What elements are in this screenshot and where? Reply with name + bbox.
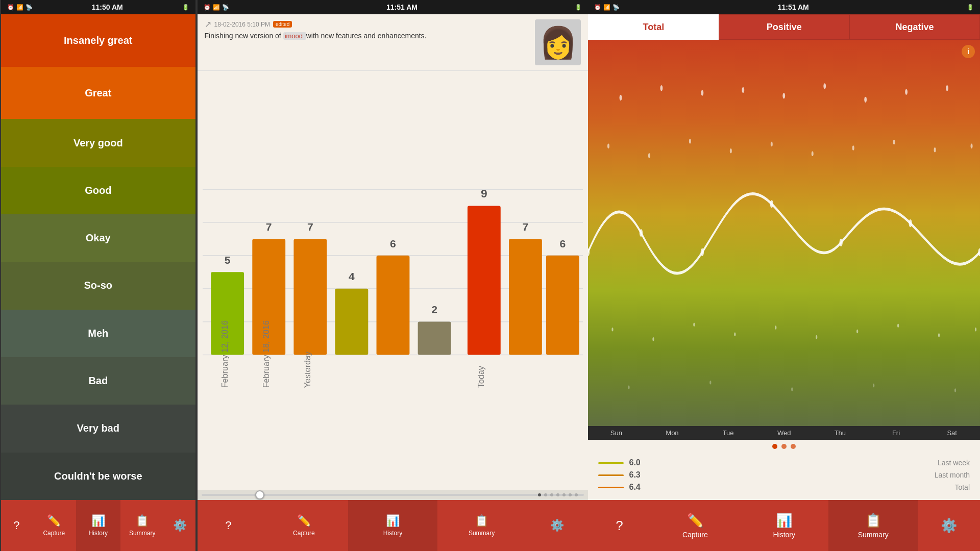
nav-settings-2[interactable]: ⚙️ bbox=[526, 500, 589, 551]
mood-item-okay[interactable]: Okay bbox=[1, 214, 195, 262]
time-display-1: 11:50 AM bbox=[92, 3, 123, 11]
svg-point-63 bbox=[975, 328, 976, 332]
nav-help-2[interactable]: ? bbox=[198, 500, 260, 551]
chart-x-labels: Sun Mon Tue Wed Thu Fri Sat bbox=[588, 426, 980, 440]
nav-settings-3[interactable]: ⚙️ bbox=[918, 500, 980, 551]
svg-rect-26 bbox=[546, 256, 579, 355]
svg-text:Yesterday: Yesterday bbox=[302, 351, 311, 388]
svg-point-48 bbox=[640, 229, 643, 237]
mood-item-good[interactable]: Good bbox=[1, 167, 195, 214]
legend-period-1: Last week bbox=[938, 459, 970, 467]
summary-label-2: Summary bbox=[469, 530, 495, 537]
entry-text: Finishing new version of imood with new … bbox=[205, 31, 530, 41]
svg-point-50 bbox=[770, 200, 773, 208]
slider-track bbox=[202, 494, 584, 496]
x-label-sun: Sun bbox=[588, 429, 644, 437]
nav-help-3[interactable]: ? bbox=[588, 500, 650, 551]
history-content: ↗ 18-02-2016 5:10 PM edited Finishing ne… bbox=[198, 14, 589, 500]
svg-text:7: 7 bbox=[265, 221, 272, 233]
svg-text:2: 2 bbox=[431, 304, 437, 315]
svg-point-40 bbox=[730, 148, 732, 153]
page-dot-3 bbox=[791, 444, 796, 449]
tab-positive[interactable]: Positive bbox=[719, 14, 849, 40]
tab-negative[interactable]: Negative bbox=[849, 14, 980, 40]
mood-item-insanely-great[interactable]: Insanely great bbox=[1, 14, 195, 67]
battery-icon-3: 🔋 bbox=[967, 4, 974, 11]
signal-icon-3: 📡 bbox=[612, 4, 620, 11]
svg-text:7: 7 bbox=[307, 221, 313, 233]
mood-item-bad[interactable]: Bad bbox=[1, 357, 195, 405]
svg-point-33 bbox=[824, 83, 826, 89]
page-dot-1 bbox=[772, 444, 777, 449]
mood-item-so-so[interactable]: So-so bbox=[1, 262, 195, 309]
svg-text:4: 4 bbox=[349, 271, 355, 283]
share-icon: ↗ bbox=[205, 19, 211, 29]
panel-summary: ⏰ 📶 📡 11:51 AM 🔋 Total Positive Negative… bbox=[588, 0, 980, 551]
svg-rect-12 bbox=[293, 239, 327, 355]
mood-item-very-bad[interactable]: Very bad bbox=[1, 405, 195, 452]
bottom-nav-1: ? ✏️ Capture 📊 History 📋 Summary ⚙️ bbox=[1, 500, 195, 551]
info-badge[interactable]: i bbox=[962, 45, 975, 58]
tab-total[interactable]: Total bbox=[588, 14, 719, 40]
mood-item-meh[interactable]: Meh bbox=[1, 310, 195, 357]
nav-capture-1[interactable]: ✏️ Capture bbox=[32, 500, 76, 551]
slider-dot-2 bbox=[544, 493, 547, 496]
nav-history-2[interactable]: 📊 History bbox=[348, 500, 437, 551]
capture-label-1: Capture bbox=[43, 530, 65, 537]
battery-icon: 🔋 bbox=[182, 4, 189, 11]
nav-help-1[interactable]: ? bbox=[1, 500, 32, 551]
nav-capture-3[interactable]: ✏️ Capture bbox=[651, 500, 740, 551]
mood-item-couldnt-be-worse[interactable]: Couldn't be worse bbox=[1, 453, 195, 500]
svg-text:6: 6 bbox=[390, 238, 396, 249]
nav-summary-1[interactable]: 📋 Summary bbox=[120, 500, 164, 551]
settings-icon-1: ⚙️ bbox=[173, 519, 187, 532]
legend-line-3 bbox=[598, 487, 624, 488]
slider-dot-5 bbox=[562, 493, 566, 496]
capture-label-3: Capture bbox=[682, 531, 708, 539]
slider-thumb[interactable] bbox=[255, 490, 264, 499]
summary-legend: 6.0 Last week 6.3 Last month 6.4 Total bbox=[588, 453, 980, 500]
svg-point-32 bbox=[783, 93, 786, 98]
x-label-fri: Fri bbox=[868, 429, 924, 437]
imood-tag: imood bbox=[283, 32, 306, 40]
svg-point-58 bbox=[775, 325, 777, 330]
slider-dot-3 bbox=[550, 493, 553, 496]
svg-text:6: 6 bbox=[559, 238, 566, 249]
svg-point-28 bbox=[620, 95, 622, 101]
svg-point-42 bbox=[812, 152, 814, 156]
nav-history-3[interactable]: 📊 History bbox=[740, 500, 828, 551]
svg-point-30 bbox=[701, 90, 704, 95]
legend-row-3: 6.4 Total bbox=[598, 483, 970, 492]
entry-text-after: with new features and enhancements. bbox=[306, 32, 427, 40]
signal-icon: 📡 bbox=[26, 4, 33, 11]
svg-text:7: 7 bbox=[522, 221, 528, 233]
svg-point-37 bbox=[607, 143, 609, 148]
status-icons-right-1: 🔋 bbox=[182, 4, 189, 11]
legend-value-3: 6.4 bbox=[629, 483, 640, 492]
legend-row-2: 6.3 Last month bbox=[598, 470, 970, 480]
mood-item-very-good[interactable]: Very good bbox=[1, 119, 195, 166]
settings-icon-3: ⚙️ bbox=[941, 518, 957, 534]
bottom-nav-2: ? ✏️ Capture 📊 History 📋 Summary ⚙️ bbox=[198, 500, 589, 551]
nav-summary-3[interactable]: 📋 Summary bbox=[828, 500, 917, 551]
svg-point-54 bbox=[612, 328, 614, 332]
tab-negative-label: Negative bbox=[896, 22, 934, 33]
summary-label-1: Summary bbox=[129, 530, 155, 537]
nav-summary-2[interactable]: 📋 Summary bbox=[437, 500, 526, 551]
help-icon-1: ? bbox=[13, 519, 19, 532]
nav-settings-1[interactable]: ⚙️ bbox=[164, 500, 195, 551]
slider-dots bbox=[538, 493, 578, 496]
page-dot-2 bbox=[781, 444, 787, 449]
svg-point-46 bbox=[971, 143, 973, 148]
entry-avatar: 👩 bbox=[535, 19, 581, 65]
history-entry-1: ↗ 18-02-2016 5:10 PM edited Finishing ne… bbox=[198, 14, 589, 71]
svg-point-64 bbox=[628, 386, 630, 390]
x-label-mon: Mon bbox=[644, 429, 700, 437]
chart-slider[interactable] bbox=[198, 490, 589, 500]
wave-chart-svg bbox=[588, 40, 980, 426]
nav-capture-2[interactable]: ✏️ Capture bbox=[259, 500, 348, 551]
svg-point-52 bbox=[909, 219, 912, 227]
mood-item-great[interactable]: Great bbox=[1, 67, 195, 119]
nav-history-1[interactable]: 📊 History bbox=[76, 500, 120, 551]
tab-positive-label: Positive bbox=[767, 22, 802, 33]
